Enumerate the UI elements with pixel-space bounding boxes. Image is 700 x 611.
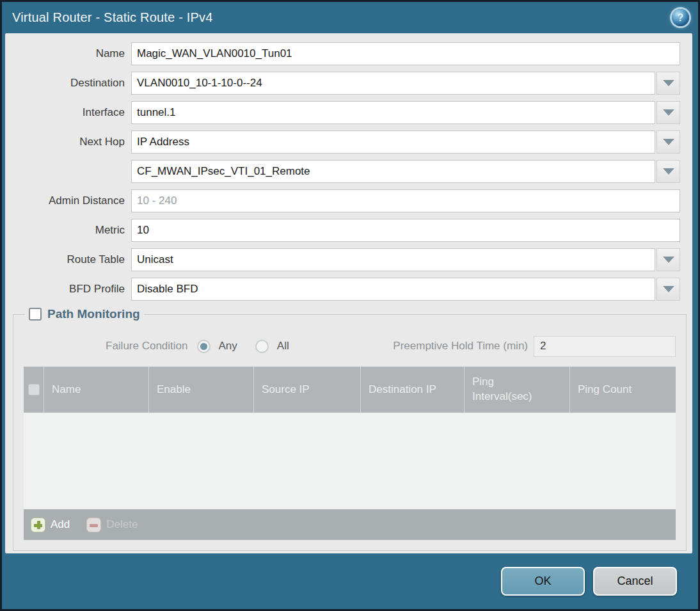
- name-label: Name: [5, 47, 131, 60]
- admin-distance-label: Admin Distance: [5, 194, 131, 207]
- bfd-profile-label: BFD Profile: [5, 283, 131, 296]
- path-monitoring-table: Name Enable Source IP Destination IP Pin…: [24, 367, 676, 540]
- failure-condition-any-radio[interactable]: Any: [197, 340, 237, 353]
- dialog-footer: OK Cancel: [2, 553, 698, 609]
- select-all-checkbox[interactable]: [28, 384, 40, 395]
- static-route-dialog: Virtual Router - Static Route - IPv4 ? N…: [0, 0, 700, 611]
- metric-input[interactable]: [131, 219, 680, 242]
- delete-button-label: Delete: [106, 518, 138, 531]
- destination-label: Destination: [5, 77, 131, 90]
- path-monitoring-checkbox[interactable]: [29, 308, 42, 321]
- radio-button-icon: [197, 340, 211, 353]
- failure-condition-all-label: All: [277, 340, 289, 353]
- next-hop-label: Next Hop: [5, 136, 131, 148]
- destination-input[interactable]: [131, 72, 655, 95]
- next-hop-type-input[interactable]: [131, 131, 655, 154]
- dialog-titlebar: Virtual Router - Static Route - IPv4 ?: [2, 2, 698, 33]
- chevron-down-icon: [663, 168, 674, 175]
- column-header-name: Name: [44, 367, 149, 413]
- chevron-down-icon: [663, 257, 674, 263]
- destination-row: Destination: [5, 72, 692, 95]
- path-monitoring-group: Path Monitoring Failure Condition Any Al…: [13, 307, 687, 551]
- next-hop-address-dropdown-button[interactable]: [656, 160, 680, 183]
- column-header-ping-interval: Ping Interval(sec): [465, 367, 570, 413]
- column-header-enable: Enable: [149, 367, 254, 413]
- interface-row: Interface: [5, 101, 692, 124]
- help-icon[interactable]: ?: [672, 9, 689, 26]
- next-hop-row: Next Hop: [5, 131, 692, 154]
- next-hop-type-dropdown-button[interactable]: [656, 131, 680, 154]
- column-header-source-ip: Source IP: [254, 367, 361, 413]
- bfd-profile-row: BFD Profile: [5, 278, 692, 301]
- table-body-empty: [24, 413, 676, 509]
- route-table-dropdown-button[interactable]: [656, 248, 680, 271]
- interface-dropdown-button[interactable]: [656, 101, 680, 124]
- preemptive-hold-time-input[interactable]: [534, 336, 676, 357]
- failure-condition-any-label: Any: [219, 340, 237, 353]
- route-table-label: Route Table: [5, 253, 131, 266]
- failure-condition-all-radio[interactable]: All: [255, 340, 289, 353]
- name-input[interactable]: [131, 42, 680, 65]
- chevron-down-icon: [663, 139, 674, 145]
- chevron-down-icon: [663, 80, 674, 86]
- cancel-button[interactable]: Cancel: [593, 567, 677, 596]
- failure-condition-label: Failure Condition: [106, 340, 188, 353]
- dialog-title: Virtual Router - Static Route - IPv4: [12, 10, 672, 25]
- plus-icon: [31, 518, 45, 532]
- add-button-label: Add: [51, 518, 70, 531]
- interface-input[interactable]: [131, 101, 655, 124]
- bfd-profile-dropdown-button[interactable]: [656, 278, 680, 301]
- table-header-row: Name Enable Source IP Destination IP Pin…: [24, 367, 676, 413]
- column-header-ping-count: Ping Count: [570, 367, 676, 413]
- path-monitoring-title: Path Monitoring: [47, 307, 140, 321]
- interface-label: Interface: [5, 106, 131, 119]
- select-all-checkbox-cell: [24, 367, 44, 413]
- dialog-content: Name Destination Interface: [5, 33, 692, 553]
- next-hop-address-row: [5, 160, 692, 183]
- next-hop-address-input[interactable]: [131, 160, 655, 183]
- radio-button-icon: [255, 340, 269, 353]
- preemptive-hold-time-label: Preemptive Hold Time (min): [393, 340, 534, 353]
- failure-condition-row: Failure Condition Any All Preemptive Hol…: [24, 335, 676, 357]
- route-table-row: Route Table: [5, 248, 692, 271]
- metric-label: Metric: [5, 224, 131, 237]
- metric-row: Metric: [5, 219, 692, 242]
- path-monitoring-legend: Path Monitoring: [25, 307, 144, 321]
- add-button[interactable]: Add: [31, 518, 70, 532]
- bfd-profile-input[interactable]: [131, 278, 655, 301]
- name-row: Name: [5, 42, 692, 65]
- column-header-destination-ip: Destination IP: [361, 367, 465, 413]
- preemptive-hold-time: Preemptive Hold Time (min): [393, 336, 676, 357]
- destination-dropdown-button[interactable]: [656, 72, 680, 95]
- chevron-down-icon: [663, 109, 674, 116]
- admin-distance-row: Admin Distance: [5, 189, 692, 212]
- table-toolbar: Add Delete: [24, 509, 676, 540]
- admin-distance-input[interactable]: [131, 189, 680, 212]
- chevron-down-icon: [663, 286, 674, 292]
- route-table-input[interactable]: [131, 248, 655, 271]
- minus-icon: [86, 518, 101, 532]
- ok-button[interactable]: OK: [501, 567, 585, 596]
- delete-button[interactable]: Delete: [86, 518, 138, 532]
